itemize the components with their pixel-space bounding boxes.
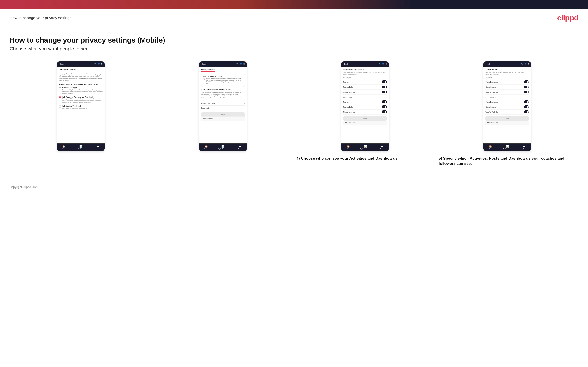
screen3-coaches-drills-toggle[interactable] <box>382 85 387 88</box>
screen1-option3[interactable]: Only You and Your Coach Only you and the… <box>59 105 103 109</box>
screen4-nav-menu[interactable]: ☰ Menu <box>523 145 526 150</box>
caption2 <box>152 156 294 166</box>
screen4-followers-workon-toggle[interactable] <box>524 110 529 113</box>
screen2-nav-home[interactable]: 🏠 Home <box>204 145 208 150</box>
screen4-phone: ‹ Back 🔍 👤 ⚙ Dashboards Select the dashb… <box>483 61 531 151</box>
screen3-coaches-rounds-toggle[interactable] <box>382 80 387 83</box>
search-icon3[interactable]: 🔍 <box>379 63 381 65</box>
caption4: 5) Specify which Activities, Posts and D… <box>436 156 578 166</box>
screen2-nav-performance[interactable]: 📊 My Performance <box>218 145 228 150</box>
screen3-help: Help & Support <box>343 121 387 125</box>
captions-row: 4) Choose who can see your Activities an… <box>10 156 578 166</box>
screen3-coaches-manual-label: Manual Activities <box>343 91 355 93</box>
caption4-text: 5) Specify which Activities, Posts and D… <box>439 156 564 166</box>
screen3-back-btn[interactable]: ‹ Back <box>343 63 348 65</box>
screen1-option2[interactable]: Only Approved Followers and Your Coach O… <box>59 96 103 103</box>
people-icon3[interactable]: 👤 <box>382 63 384 65</box>
screen4-nav-performance[interactable]: 📊 My Performance <box>503 145 512 150</box>
screen2-phone: ‹ Back 🔍 👤 ⚙ Privacy Controls Only You a… <box>199 61 247 151</box>
people-icon4[interactable]: 👤 <box>524 63 527 65</box>
screen2-activities-label: Activities and Posts <box>201 102 215 104</box>
screen3-nav-performance[interactable]: 📊 My Performance <box>360 145 370 150</box>
screen4-coaches-player-toggle[interactable] <box>524 80 529 83</box>
screen4-followers-workon-label: What To Work On <box>485 111 498 113</box>
screen4-coaches-insights: Round Insights <box>485 84 529 90</box>
screen2-activities-row[interactable]: Activities and Posts › <box>201 101 245 106</box>
screen3-save-btn[interactable]: Save <box>343 117 387 121</box>
screen2-save-btn[interactable]: Save <box>201 112 245 117</box>
screen3-nav: 🏠 Home 📊 My Performance ☰ Menu <box>341 143 389 151</box>
screen4-followers-label: FOLLOWERS <box>485 97 529 99</box>
screen4-followers-insights-toggle[interactable] <box>524 105 529 108</box>
menu-icon2: ☰ <box>239 145 241 148</box>
screen4-title: Dashboards <box>485 68 529 71</box>
chart-icon3: 📊 <box>364 145 367 148</box>
screen4-followers-insights-label: Round Insights <box>485 106 496 108</box>
main-title: How to change your privacy settings (Mob… <box>10 36 578 44</box>
screen3-coaches-manual-toggle[interactable] <box>382 91 387 93</box>
screen1-radio1 <box>59 87 61 89</box>
screen3-coaches-rounds: Rounds <box>343 80 387 84</box>
screen2-show-desc: Regardless of the privacy controls that … <box>201 92 245 99</box>
screen1-radio2 <box>59 96 61 99</box>
screen3-followers-drills-toggle[interactable] <box>382 105 387 108</box>
screen1-body: Privacy Controls Control how you and you… <box>57 67 105 143</box>
screen1-nav-performance[interactable]: 📊 My Performance <box>76 145 86 150</box>
screen2-tab: Privacy Controls <box>201 68 216 72</box>
screen3-followers-rounds-toggle[interactable] <box>382 100 387 103</box>
screen2-option-desc: Only you and the coaches you connect wit… <box>206 78 243 84</box>
screen3-followers-manual-toggle[interactable] <box>382 110 387 113</box>
screen2-dashboards-label: Dashboards <box>201 107 209 109</box>
screen2-dashboards-row[interactable]: Dashboards › <box>201 106 245 110</box>
screen2-nav-menu[interactable]: ☰ Menu <box>238 145 242 150</box>
screen1-nav-menu[interactable]: ☰ Menu <box>96 145 99 150</box>
screen4-followers-player-toggle[interactable] <box>524 100 529 103</box>
screen2-radio-row: Only you and the coaches you connect wit… <box>203 78 243 84</box>
settings-icon3[interactable]: ⚙ <box>385 63 387 65</box>
screen3-nav-home[interactable]: 🏠 Home <box>346 145 350 150</box>
screen1-nav-home[interactable]: 🏠 Home <box>62 145 66 150</box>
screen3-coaches-label: COACHES <box>343 77 387 79</box>
chart-icon2: 📊 <box>222 145 224 148</box>
screen1-option1-desc: Everyone on Clippd can search for you an… <box>62 89 103 94</box>
settings-icon[interactable]: ⚙ <box>101 63 103 65</box>
screen3-phone: ‹ Back 🔍 👤 ⚙ Activities and Posts Select… <box>341 61 389 151</box>
screen3-nav-menu[interactable]: ☰ Menu <box>380 145 384 150</box>
screen4-save-btn[interactable]: Save <box>485 117 529 121</box>
screen3-followers-manual: Manual Activities <box>343 109 387 115</box>
menu-icon3: ☰ <box>381 145 383 148</box>
people-icon[interactable]: 👤 <box>98 63 100 65</box>
screen4-followers-player: Player Dashboard <box>485 100 529 104</box>
screen4-nav-home[interactable]: 🏠 Home <box>489 145 492 150</box>
mockup-grid: ‹ Back 🔍 👤 ⚙ Privacy Controls Control ho… <box>10 61 578 151</box>
menu-icon4: ☰ <box>523 145 525 148</box>
search-icon[interactable]: 🔍 <box>94 63 97 65</box>
screen1-option1[interactable]: Everyone on Clippd Everyone on Clippd ca… <box>59 87 103 94</box>
screen4-back-btn[interactable]: ‹ Back <box>485 63 490 65</box>
search-icon2[interactable]: 🔍 <box>236 63 239 65</box>
copyright-text: Copyright Clippd 2022 <box>10 185 38 189</box>
screen3-phone-header: ‹ Back 🔍 👤 ⚙ <box>341 61 389 67</box>
screen4-followers-insights: Round Insights <box>485 104 529 109</box>
home-icon4: 🏠 <box>489 145 492 148</box>
screen1-container: ‹ Back 🔍 👤 ⚙ Privacy Controls Control ho… <box>10 61 152 151</box>
screen1-radio3 <box>59 105 61 108</box>
screen1-desc: Control how you and your data appears to… <box>59 72 103 81</box>
screen4-coaches-workon-toggle[interactable] <box>524 91 529 93</box>
screen4-subtitle: Select the dashboards that you'd like to… <box>485 72 529 75</box>
header: How to change your privacy settings clip… <box>0 9 588 26</box>
chart-icon4: 📊 <box>506 145 509 148</box>
screen1-phone: ‹ Back 🔍 👤 ⚙ Privacy Controls Control ho… <box>57 61 105 151</box>
settings-icon2[interactable]: ⚙ <box>243 63 245 65</box>
screen4-coaches-workon: What To Work On <box>485 90 529 95</box>
screen2-show-title: Show or hide specific features in Clippd <box>201 88 245 90</box>
screen2-back-btn[interactable]: ‹ Back <box>201 63 206 65</box>
screen1-back-btn[interactable]: ‹ Back <box>59 63 64 65</box>
settings-icon4[interactable]: ⚙ <box>527 63 529 65</box>
main-subtitle: Choose what you want people to see <box>10 46 578 52</box>
screen4-coaches-insights-toggle[interactable] <box>524 85 529 88</box>
screen2-help-title: Help & Support <box>203 118 243 119</box>
screen4-help-title: Help & Support <box>487 122 527 123</box>
people-icon2[interactable]: 👤 <box>240 63 242 65</box>
search-icon4[interactable]: 🔍 <box>521 63 523 65</box>
